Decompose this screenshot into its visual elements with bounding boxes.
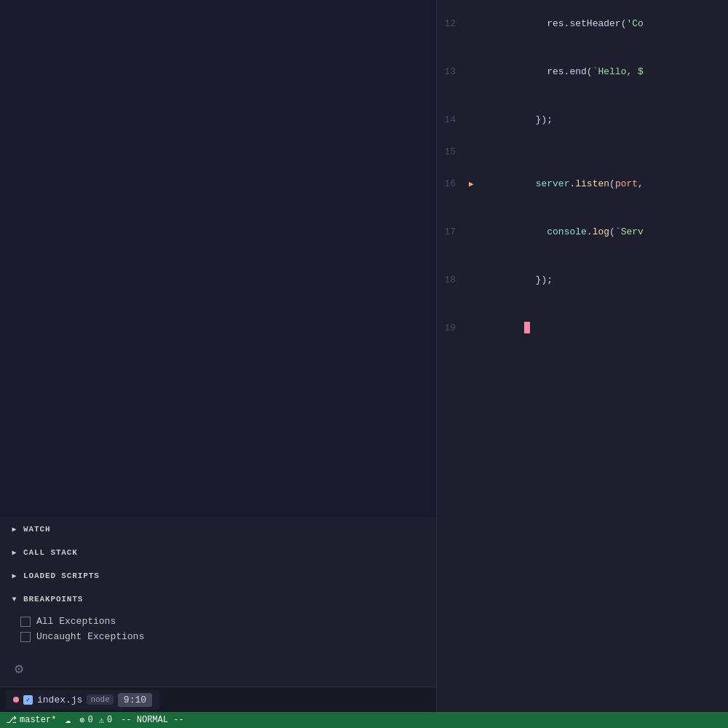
call-stack-chevron: ▶	[9, 547, 20, 558]
debug-sidebar: ▶ WATCH ▶ CALL STACK ▶ LOADED SCRIPTS ▼ …	[0, 0, 437, 712]
wifi-icon-area: ☁	[65, 714, 71, 726]
breakpoints-section-header[interactable]: ▼ BREAKPOINTS	[0, 587, 436, 611]
line-code-19	[467, 304, 728, 352]
error-count: 0	[87, 715, 92, 725]
warning-count: 0	[107, 715, 112, 725]
line-num-13: 13	[437, 64, 467, 80]
line-num-19: 19	[437, 320, 467, 336]
line-code-13: res.end(`Hello, $	[467, 48, 728, 96]
code-line-17: 17 console.log(`Serv	[437, 208, 728, 256]
sidebar-top-area	[0, 0, 436, 518]
warning-icon: ⚠	[99, 715, 104, 726]
line-num-12: 12	[437, 16, 467, 32]
breakpoints-chevron: ▼	[9, 593, 20, 605]
code-line-13: 13 res.end(`Hello, $	[437, 48, 728, 96]
line-code-18: });	[467, 256, 728, 304]
git-branch[interactable]: ⎇ master*	[6, 714, 56, 726]
runtime-badge: node	[87, 695, 113, 705]
branch-name: master*	[20, 715, 56, 725]
code-line-12: 12 res.setHeader('Co	[437, 0, 728, 48]
code-content: 12 res.setHeader('Co 13 res.end(`Hello, …	[437, 0, 728, 352]
breakpoints-content: All Exceptions Uncaught Exceptions	[0, 611, 436, 647]
all-exceptions-label: All Exceptions	[36, 616, 116, 627]
file-tab-bar: ✓ index.js node 9:10	[0, 687, 436, 712]
code-line-19: 19	[437, 304, 728, 352]
code-line-16: 16 ▶ server.listen(port,	[437, 160, 728, 208]
debug-sections: ▶ WATCH ▶ CALL STACK ▶ LOADED SCRIPTS ▼ …	[0, 518, 436, 650]
vim-mode-label: -- NORMAL --	[121, 715, 183, 725]
all-exceptions-checkbox[interactable]	[20, 617, 31, 627]
watch-section-header[interactable]: ▶ WATCH	[0, 518, 436, 541]
text-cursor	[524, 322, 530, 333]
code-line-18: 18 });	[437, 256, 728, 304]
loaded-scripts-chevron: ▶	[9, 570, 20, 582]
line-num-18: 18	[437, 272, 467, 288]
line-num-16: 16	[437, 176, 467, 192]
line-num-17: 17	[437, 224, 467, 240]
all-exceptions-item[interactable]: All Exceptions	[20, 614, 436, 629]
uncaught-exceptions-item[interactable]: Uncaught Exceptions	[20, 629, 436, 644]
line-num-14: 14	[437, 112, 467, 128]
tab-filename: index.js	[37, 695, 82, 705]
breakpoints-label: BREAKPOINTS	[23, 595, 83, 604]
watch-chevron: ▶	[9, 523, 20, 535]
call-stack-label: CALL STACK	[23, 548, 78, 557]
debug-arrow-icon: ▶	[469, 176, 474, 192]
code-editor: 12 res.setHeader('Co 13 res.end(`Hello, …	[437, 0, 728, 712]
git-icon: ⎇	[6, 714, 17, 726]
uncaught-exceptions-checkbox[interactable]	[20, 632, 31, 642]
line-code-15	[467, 144, 728, 160]
call-stack-section-header[interactable]: ▶ CALL STACK	[0, 541, 436, 564]
vim-mode: -- NORMAL --	[121, 715, 183, 725]
line-code-14: });	[467, 96, 728, 144]
line-code-17: console.log(`Serv	[467, 208, 728, 256]
line-code-16: server.listen(port,	[467, 160, 728, 208]
error-icon: ⊗	[79, 715, 84, 726]
status-bar: ⎇ master* ☁ ⊗ 0 ⚠ 0 -- NORMAL --	[0, 712, 728, 728]
code-line-14: 14 });	[437, 96, 728, 144]
line-col-info: 9:10	[118, 693, 152, 707]
errors-area: ⊗ 0 ⚠ 0	[79, 715, 112, 726]
loaded-scripts-label: LOADED SCRIPTS	[23, 571, 100, 580]
breakpoint-dot	[13, 697, 19, 703]
code-line-15: 15	[437, 144, 728, 160]
uncaught-exceptions-label: Uncaught Exceptions	[36, 631, 144, 642]
settings-icon[interactable]: ⚙	[9, 658, 29, 678]
settings-area: ⚙	[0, 650, 436, 687]
line-code-12: res.setHeader('Co	[467, 0, 728, 48]
loaded-scripts-section-header[interactable]: ▶ LOADED SCRIPTS	[0, 564, 436, 587]
checked-icon: ✓	[23, 695, 33, 705]
watch-label: WATCH	[23, 525, 50, 534]
line-num-15: 15	[437, 144, 467, 160]
index-js-tab[interactable]: ✓ index.js node 9:10	[6, 690, 159, 710]
wifi-icon: ☁	[65, 714, 71, 726]
